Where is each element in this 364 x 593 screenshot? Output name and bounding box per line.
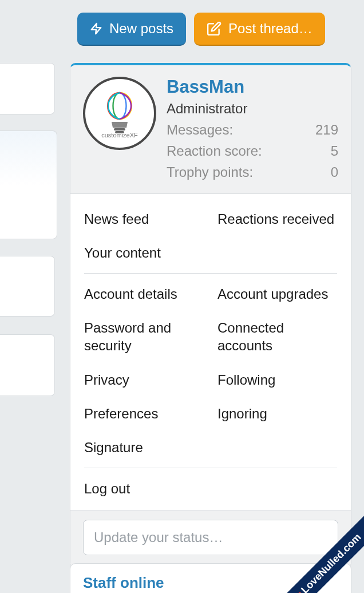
divider [84, 468, 337, 468]
new-posts-label: New posts [109, 21, 173, 37]
post-thread-label: Post thread… [228, 21, 312, 37]
menu-preferences[interactable]: Preferences [84, 397, 204, 430]
pencil-icon [207, 21, 221, 36]
username[interactable]: BassMan [167, 77, 338, 97]
partial-block [0, 334, 55, 396]
menu-account-upgrades[interactable]: Account upgrades [217, 277, 337, 311]
menu-group-1: News feed Your content Reactions receive… [84, 202, 337, 270]
menu-group-2: Account details Password and security Pr… [84, 277, 337, 464]
menu-privacy[interactable]: Privacy [84, 363, 204, 397]
menu-reactions-received[interactable]: Reactions received [217, 202, 337, 236]
svg-rect-1 [114, 128, 125, 131]
user-info: BassMan Administrator Messages: 219 Reac… [167, 77, 338, 183]
user-role: Administrator [167, 101, 338, 117]
lightning-icon [90, 21, 102, 36]
menu-following[interactable]: Following [217, 363, 337, 397]
bulb-icon: customizeXF [91, 85, 148, 142]
header-actions: New posts Post thread… [77, 13, 325, 46]
menu-signature[interactable]: Signature [84, 430, 204, 464]
account-menu: News feed Your content Reactions receive… [70, 194, 351, 511]
svg-text:customizeXF: customizeXF [101, 132, 138, 139]
left-partial-column [0, 0, 55, 593]
partial-block [0, 131, 57, 239]
status-input[interactable] [83, 520, 338, 555]
menu-connected-accounts[interactable]: Connected accounts [217, 311, 337, 362]
user-header: customizeXF BassMan Administrator Messag… [70, 65, 351, 194]
stat-messages[interactable]: Messages: 219 [167, 119, 338, 140]
menu-account-details[interactable]: Account details [84, 277, 204, 311]
menu-ignoring[interactable]: Ignoring [217, 397, 337, 430]
svg-marker-0 [92, 23, 101, 34]
stat-reaction-score[interactable]: Reaction score: 5 [167, 140, 338, 161]
stat-value: 0 [331, 161, 338, 183]
stat-value: 5 [331, 140, 338, 161]
divider [84, 273, 337, 274]
stat-label: Trophy points: [167, 161, 253, 183]
partial-block [0, 256, 55, 317]
stat-trophy-points[interactable]: Trophy points: 0 [167, 161, 338, 183]
partial-block [0, 63, 55, 114]
menu-log-out[interactable]: Log out [84, 472, 337, 505]
stat-value: 219 [315, 119, 338, 140]
menu-news-feed[interactable]: News feed [84, 202, 204, 236]
post-thread-button[interactable]: Post thread… [194, 13, 325, 46]
status-section [70, 510, 351, 568]
new-posts-button[interactable]: New posts [77, 13, 186, 46]
stat-label: Messages: [167, 119, 233, 140]
avatar[interactable]: customizeXF [83, 77, 156, 150]
stat-label: Reaction score: [167, 140, 262, 161]
menu-your-content[interactable]: Your content [84, 236, 204, 270]
menu-password-security[interactable]: Password and security [84, 311, 204, 362]
user-dropdown-card: customizeXF BassMan Administrator Messag… [70, 63, 351, 568]
